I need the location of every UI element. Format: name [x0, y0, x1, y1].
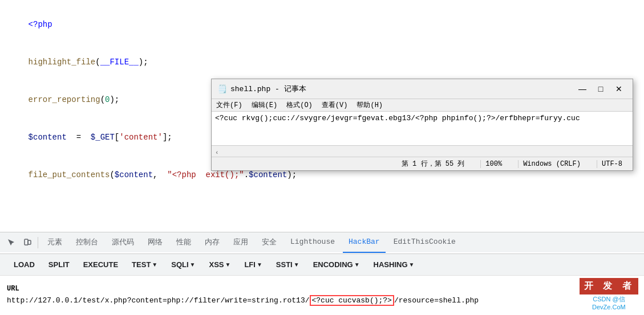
hackbar-load-button[interactable]: LOAD [7, 258, 42, 271]
notepad-scrollbar-area: ‹ [212, 146, 633, 157]
hackbar-hashing-button[interactable]: HASHING ▼ [367, 258, 422, 271]
devtools-separator [38, 237, 38, 248]
notepad-title: shell.php - 记事本 [230, 84, 306, 94]
tab-security[interactable]: 安全 [256, 232, 282, 253]
url-highlighted-segment: <?cuc cucvasb();?> [310, 295, 394, 306]
code-line-1: <?php [9, 6, 635, 43]
ssti-dropdown-arrow: ▼ [294, 261, 299, 268]
hackbar-ssti-button[interactable]: SSTI ▼ [269, 258, 306, 271]
url-suffix: /resource=shell.php [394, 296, 479, 305]
tab-hackbar[interactable]: HackBar [343, 232, 386, 253]
sqli-dropdown-arrow: ▼ [190, 261, 196, 268]
tab-sources[interactable]: 源代码 [106, 232, 140, 253]
tab-console[interactable]: 控制台 [70, 232, 104, 253]
notepad-scroll-arrow[interactable]: ‹ [215, 149, 219, 156]
hackbar-execute-button[interactable]: EXECUTE [76, 258, 125, 271]
notepad-file-icon: 🗒️ [217, 84, 227, 94]
hackbar-sqli-button[interactable]: SQLI ▼ [164, 258, 202, 271]
csdn-brand: DevZe.CoM [592, 304, 626, 310]
notepad-content-text: <?cuc rkvg();cuc://svygre/jevgr=fgevat.e… [215, 114, 629, 122]
encoding-dropdown-arrow: ▼ [354, 261, 360, 268]
notepad-zoom: 100% [480, 160, 507, 168]
tab-editthiscookie[interactable]: EditThisCookie [388, 232, 461, 253]
xss-dropdown-arrow: ▼ [225, 261, 231, 268]
devtools-device-icon[interactable] [21, 236, 34, 249]
url-label: URL [7, 285, 637, 293]
svg-rect-1 [28, 240, 31, 244]
url-area: URL http://127.0.0.1/test/x.php?content=… [0, 275, 644, 315]
hackbar-xss-button[interactable]: XSS ▼ [202, 258, 237, 271]
tab-performance[interactable]: 性能 [171, 232, 197, 253]
url-prefix: http://127.0.0.1/test/x.php?content=php:… [7, 296, 310, 305]
notepad-close-button[interactable]: ✕ [611, 83, 627, 95]
hackbar-toolbar: LOAD SPLIT EXECUTE TEST ▼ SQLI ▼ XSS ▼ L… [0, 253, 644, 275]
hackbar-lfi-button[interactable]: LFI ▼ [237, 258, 269, 271]
svg-rect-0 [25, 239, 28, 245]
code-line-2: highlight_file(__FILE__); [9, 43, 635, 81]
notepad-title-left: 🗒️ shell.php - 记事本 [217, 84, 306, 94]
tab-network[interactable]: 网络 [142, 232, 168, 253]
test-dropdown-arrow: ▼ [152, 261, 157, 268]
notepad-menu-help[interactable]: 帮助(H) [357, 100, 383, 110]
hackbar-test-button[interactable]: TEST ▼ [125, 258, 164, 271]
notepad-content-area: <?cuc rkvg();cuc://svygre/jevgr=fgevat.e… [212, 112, 633, 146]
notepad-window: 🗒️ shell.php - 记事本 — □ ✕ 文件(F) 编辑(E) 格式(… [211, 79, 633, 171]
csdn-red-label: 开 发 者 [580, 278, 638, 294]
notepad-line-ending: Windows (CRLF) [518, 160, 585, 168]
csdn-at-label: CSDN @信 [593, 296, 625, 302]
notepad-menu-format[interactable]: 格式(O) [286, 100, 313, 110]
notepad-encoding: UTF-8 [597, 160, 627, 168]
lfi-dropdown-arrow: ▼ [257, 261, 262, 268]
notepad-titlebar: 🗒️ shell.php - 记事本 — □ ✕ [212, 79, 633, 99]
tab-memory[interactable]: 内存 [199, 232, 225, 253]
notepad-menu-file[interactable]: 文件(F) [216, 100, 242, 110]
devtools-cursor-icon[interactable] [5, 236, 18, 249]
tab-elements[interactable]: 元素 [42, 232, 68, 253]
notepad-menu-edit[interactable]: 编辑(E) [252, 100, 278, 110]
notepad-maximize-button[interactable]: □ [593, 83, 609, 95]
devtools-tab-bar: 元素 控制台 源代码 网络 性能 内存 应用 安全 Lighthouse Hac… [0, 232, 644, 252]
tab-lighthouse[interactable]: Lighthouse [285, 232, 341, 253]
notepad-statusbar: 第 1 行，第 55 列 100% Windows (CRLF) UTF-8 [212, 157, 633, 170]
hashing-dropdown-arrow: ▼ [409, 261, 415, 268]
tab-application[interactable]: 应用 [228, 232, 254, 253]
notepad-menubar: 文件(F) 编辑(E) 格式(O) 查看(V) 帮助(H) [212, 99, 633, 112]
notepad-minimize-button[interactable]: — [574, 83, 590, 95]
csdn-subtext: CSDN @信 [593, 295, 625, 304]
hackbar-split-button[interactable]: SPLIT [42, 258, 76, 271]
hackbar-encoding-button[interactable]: ENCODING ▼ [306, 258, 367, 271]
url-value-container: http://127.0.0.1/test/x.php?content=php:… [7, 295, 637, 306]
csdn-watermark: 开 发 者 CSDN @信 DevZe.CoM [580, 278, 638, 310]
notepad-controls: — □ ✕ [574, 83, 627, 95]
notepad-menu-view[interactable]: 查看(V) [322, 100, 348, 110]
csdn-text-line1: 开 发 者 [584, 280, 634, 292]
notepad-cursor-position: 第 1 行，第 55 列 [397, 159, 469, 169]
